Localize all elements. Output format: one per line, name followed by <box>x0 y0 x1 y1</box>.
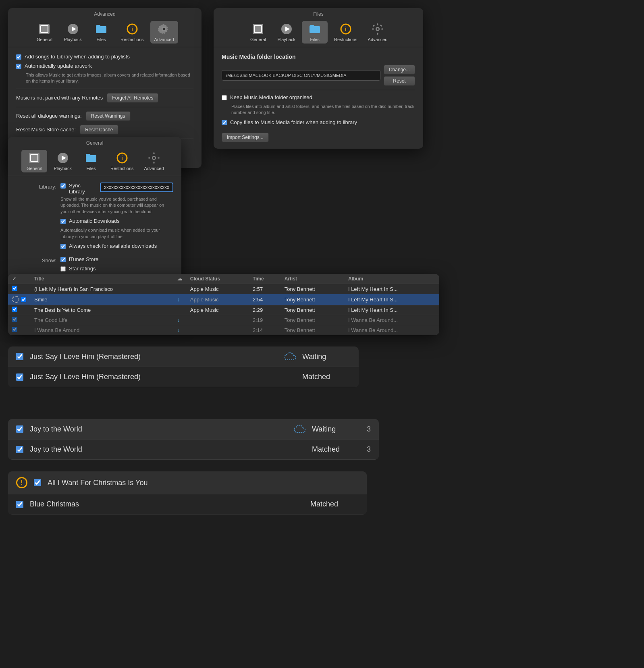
files-playback-icon <box>280 23 293 35</box>
auto-downloads-label: Automatic Downloads <box>69 218 120 224</box>
list-item-title: All I Want For Christmas Is You <box>48 479 304 487</box>
toolbar-item-general[interactable]: General <box>31 21 57 44</box>
always-check-checkbox[interactable] <box>60 244 66 249</box>
list-item-checkbox[interactable] <box>34 479 41 486</box>
sync-library-checkbox[interactable] <box>60 183 66 189</box>
toolbar-item-advanced[interactable]: Advanced <box>150 21 178 44</box>
toolbar-item-playback[interactable]: Playback <box>60 21 86 44</box>
row-title: The Best Is Yet to Come <box>30 305 173 315</box>
itunes-store-checkbox[interactable] <box>60 257 66 262</box>
files-general-label: General <box>250 37 266 42</box>
update-artwork-label: Automatically update artwork <box>25 63 92 69</box>
row-album: I Left My Heart In S... <box>344 305 439 315</box>
music-table-panel: ✓ Title ☁ Cloud Status Time Artist Album… <box>8 274 439 335</box>
star-ratings-row: Star ratings <box>60 266 115 272</box>
reset-warnings-label: Reset all dialogue warnings: <box>16 113 82 119</box>
list-item[interactable]: Blue Christmas Matched <box>8 494 367 514</box>
row-cloud-status <box>186 325 249 335</box>
svg-point-7 <box>163 28 165 30</box>
files-toolbar-general[interactable]: General <box>245 21 271 44</box>
update-artwork-checkbox[interactable] <box>16 64 21 69</box>
auto-downloads-desc: Automatically download music when added … <box>60 227 173 240</box>
list-item[interactable]: Joy to the World Waiting 3 <box>8 419 379 440</box>
folder-section-title: Music Media folder location <box>222 54 415 60</box>
forget-remotes-button[interactable]: Forget All Remotes <box>107 93 158 103</box>
sync-desc: Show all the music you've added, purchas… <box>60 196 173 215</box>
svg-text:i: i <box>121 155 123 161</box>
gen-playback-label: Playback <box>54 166 72 171</box>
gen-toolbar-playback[interactable]: Playback <box>50 150 76 172</box>
reset-cache-row: Reset Music Store cache: Reset Cache <box>16 125 193 135</box>
auto-downloads-checkbox[interactable] <box>60 219 66 224</box>
row-cloud-icon: ↓ <box>173 294 186 305</box>
reset-folder-button[interactable]: Reset <box>384 76 415 86</box>
gen-general-label: General <box>27 166 42 171</box>
table-row[interactable]: Smile ↓ Apple Music 2:54 Tony Bennett I … <box>8 294 439 305</box>
row-album: I Left My Heart In S... <box>344 284 439 294</box>
table-row[interactable]: The Good Life ↓ 2:19 Tony Bennett I Wann… <box>8 315 439 325</box>
library-row: Library: Sync Library Show all the music… <box>16 183 173 252</box>
row-artist: Tony Bennett <box>280 325 344 335</box>
gen-toolbar-general[interactable]: General <box>21 150 47 172</box>
change-button[interactable]: Change... <box>384 65 415 75</box>
list-item-checkbox[interactable] <box>16 353 23 360</box>
list-item-checkbox[interactable] <box>16 425 23 433</box>
list-item[interactable]: Just Say I Love Him (Remastered) Waiting <box>8 346 359 367</box>
gen-toolbar-advanced[interactable]: Advanced <box>140 150 168 172</box>
update-artwork-row: Automatically update artwork <box>16 63 193 69</box>
files-toolbar-restrictions[interactable]: i Restrictions <box>330 21 361 44</box>
library-section-label: Library: <box>16 184 56 190</box>
files-icon <box>95 23 108 35</box>
row-artist: Tony Bennett <box>280 284 344 294</box>
add-songs-checkbox[interactable] <box>16 54 21 60</box>
reset-cache-button[interactable]: Reset Cache <box>80 125 118 135</box>
table-row[interactable]: (I Left My Heart) In San Francisco Apple… <box>8 284 439 294</box>
files-files-label: Files <box>310 37 319 42</box>
row-cloud-status <box>186 315 249 325</box>
svg-rect-18 <box>372 29 374 30</box>
list-item[interactable]: Joy to the World Matched 3 <box>8 440 379 460</box>
sync-library-input[interactable] <box>100 183 173 192</box>
waiting-cloud <box>285 352 296 361</box>
gen-toolbar-restrictions[interactable]: i Restrictions <box>106 150 137 172</box>
list-item-checkbox[interactable] <box>16 446 23 453</box>
gen-toolbar-files[interactable]: Files <box>78 150 104 172</box>
always-check-label: Always check for available downloads <box>69 243 157 249</box>
row-time: 2:54 <box>249 294 280 305</box>
row-check <box>8 305 30 315</box>
copy-files-checkbox[interactable] <box>222 120 227 125</box>
show-section-label: Show: <box>16 257 56 263</box>
toolbar-item-files[interactable]: Files <box>88 21 114 44</box>
row-time: 2:14 <box>249 325 280 335</box>
import-settings-button[interactable]: Import Settings... <box>222 133 269 142</box>
keep-organised-checkbox[interactable] <box>222 95 227 100</box>
reset-cache-label: Reset Music Store cache: <box>16 127 76 133</box>
gen-playback-icon <box>56 151 69 164</box>
star-ratings-checkbox[interactable] <box>60 266 66 272</box>
files-toolbar-advanced[interactable]: Advanced <box>364 21 392 44</box>
list-item-status: Waiting <box>302 353 351 361</box>
sync-library-row: Sync Library <box>60 183 173 195</box>
track-number: 3 <box>367 445 371 454</box>
table-row[interactable]: The Best Is Yet to Come Apple Music 2:29… <box>8 305 439 315</box>
reset-warnings-button[interactable]: Reset Warnings <box>86 111 131 121</box>
list-item-checkbox[interactable] <box>16 501 23 508</box>
gen-files-icon <box>85 151 98 164</box>
svg-rect-20 <box>373 25 375 27</box>
files-toolbar-playback[interactable]: Playback <box>273 21 299 44</box>
playback-icon <box>66 23 79 35</box>
waiting-cloud <box>294 425 305 434</box>
files-advanced-icon <box>371 23 384 35</box>
big-list-panel-1: Just Say I Love Him (Remastered) Waiting… <box>8 346 359 387</box>
list-item[interactable]: ! All I Want For Christmas Is You <box>8 471 367 494</box>
big-list-panel-3: ! All I Want For Christmas Is You Blue C… <box>8 471 367 514</box>
table-row[interactable]: I Wanna Be Around ↓ 2:14 Tony Bennett I … <box>8 325 439 335</box>
files-toolbar-files[interactable]: Files <box>302 21 328 44</box>
files-files-icon <box>308 23 321 35</box>
toolbar-item-restrictions[interactable]: i Restrictions <box>116 21 147 44</box>
list-item[interactable]: Just Say I Love Him (Remastered) Matched <box>8 367 359 387</box>
general-icon <box>38 23 51 35</box>
library-options: Sync Library Show all the music you've a… <box>60 183 173 252</box>
general-label: General <box>37 37 52 42</box>
list-item-checkbox[interactable] <box>16 373 23 381</box>
